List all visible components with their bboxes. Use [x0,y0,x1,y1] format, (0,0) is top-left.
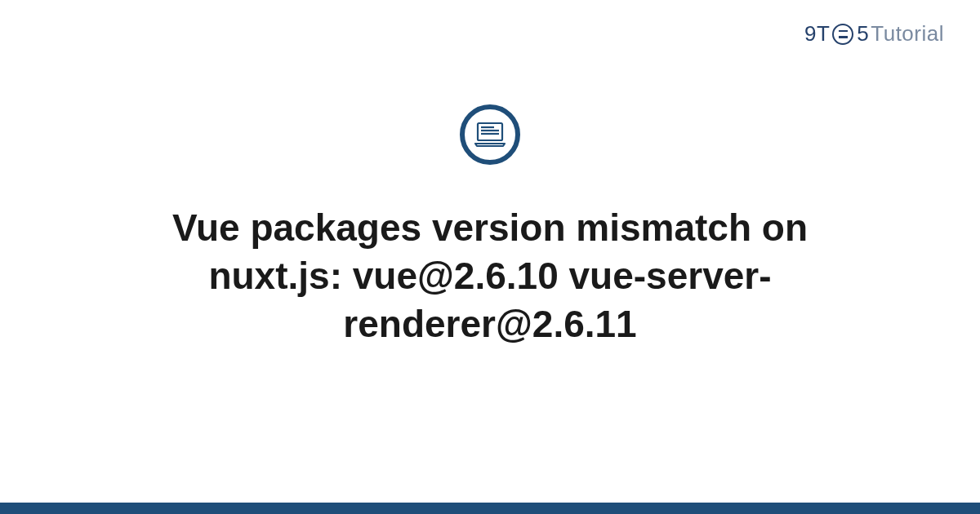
main-content: Vue packages version mismatch on nuxt.js… [0,104,980,348]
laptop-icon [460,104,520,165]
logo-text-left: 9T [804,21,830,47]
logo-text-tutorial: Tutorial [871,21,944,47]
bottom-accent-bar [0,503,980,514]
logo-text-right: 5 [857,21,869,47]
logo-circle-icon [832,24,853,45]
page-title: Vue packages version mismatch on nuxt.js… [98,204,882,348]
svg-rect-0 [478,123,502,140]
site-logo: 9T 5 Tutorial [804,21,944,47]
